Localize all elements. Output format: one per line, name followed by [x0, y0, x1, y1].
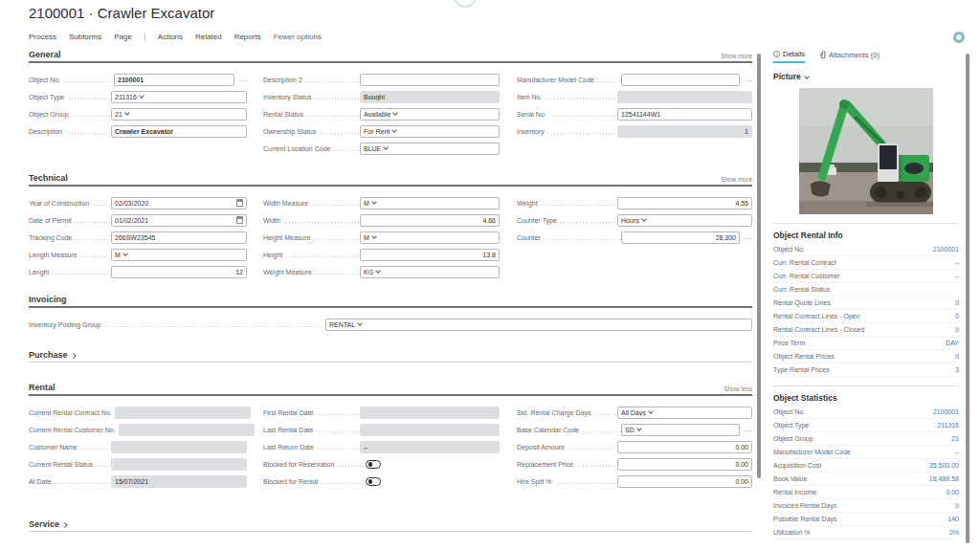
field-deposit-amount: Deposit Amount 0.00	[517, 438, 752, 455]
field-manufacturer-model-code: Manufacturer Model Code …	[517, 71, 752, 88]
inventory-posting-group-dropdown[interactable]: RENTAL	[325, 319, 752, 331]
field-at-date: At Date 15/07/2021	[29, 473, 247, 490]
calendar-icon[interactable]	[236, 199, 243, 207]
serial-no-input[interactable]: 12541144W1	[617, 108, 752, 121]
object-rental-info-list: Object No.2100001 Curr. Rental Contract–…	[773, 243, 959, 377]
menu-page[interactable]: Page	[114, 33, 132, 41]
replacement-price-input[interactable]: 0.00	[617, 458, 752, 471]
year-of-construction-datepicker[interactable]: 02/03/2020	[111, 197, 247, 209]
last-rental-date-field	[360, 424, 500, 436]
counter-type-dropdown[interactable]: Hours	[617, 214, 752, 227]
toggle-knob-icon	[368, 479, 373, 484]
weight-measure-dropdown[interactable]: KG	[360, 266, 500, 278]
weight-input[interactable]: 4.55	[617, 197, 752, 209]
manufacturer-model-code-assist-edit-icon[interactable]: …	[740, 75, 752, 84]
current-rental-contract-no-label: Current Rental Contract No.	[29, 409, 115, 416]
height-input[interactable]: 13.8	[360, 249, 500, 261]
date-of-permit-label: Date of Permit	[29, 217, 75, 224]
ownership-status-dropdown[interactable]: For Rent	[360, 125, 500, 138]
section-invoicing-title: Invoicing	[29, 295, 67, 304]
menu-related[interactable]: Related	[195, 33, 222, 41]
current-location-code-dropdown[interactable]: BLUE	[360, 143, 500, 155]
width-value: 4.66	[482, 217, 496, 224]
object-no-assist-edit-icon[interactable]: …	[234, 75, 247, 84]
field-current-rental-status: Current Rental Status	[29, 455, 247, 473]
height-label: Height	[263, 252, 285, 258]
menu-fewer-options[interactable]: Fewer options	[274, 33, 322, 41]
weight-measure-value: KG	[364, 269, 373, 275]
year-of-construction-label: Year of Construction	[29, 200, 92, 207]
deposit-amount-input[interactable]: 0.00	[617, 441, 752, 453]
width-label: Width	[263, 217, 283, 224]
object-no-input[interactable]: 2100001	[114, 74, 234, 86]
blocked-for-reservation-toggle[interactable]	[366, 460, 381, 469]
leader-dots	[321, 473, 366, 490]
width-measure-dropdown[interactable]: M	[360, 197, 500, 209]
width-measure-label: Width Measure	[263, 200, 311, 207]
rental-status-dropdown[interactable]: Available	[360, 108, 500, 121]
std-rental-charge-days-value: All Days	[621, 409, 646, 416]
section-general-title: General	[29, 50, 61, 59]
panel-scrollbar[interactable]	[966, 54, 969, 543]
section-purchase-header[interactable]: Purchase	[29, 350, 752, 363]
list-item: Utilization %0%	[773, 526, 959, 539]
toggle-knob-icon	[368, 462, 373, 467]
calendar-icon[interactable]	[236, 216, 243, 224]
chevron-down-icon	[641, 216, 647, 222]
weight-label: Weight	[517, 200, 541, 207]
partial-circle-decoration	[454, 0, 477, 8]
current-rental-customer-no-label: Current Rental Customer No.	[29, 427, 119, 433]
current-rental-status-label: Current Rental Status	[29, 461, 96, 468]
rental-fields: Current Rental Contract No. Current Rent…	[29, 396, 752, 404]
general-show-more-link[interactable]: Show more	[721, 53, 752, 59]
field-customer-name: Customer Name	[29, 438, 247, 455]
tracking-code-input[interactable]: 266SW23545	[111, 231, 247, 244]
description-2-input[interactable]	[360, 74, 500, 86]
at-date-value: 15/07/2021	[115, 478, 148, 485]
rental-show-less-link[interactable]: Show less	[724, 385, 752, 392]
width-input[interactable]: 4.66	[360, 214, 500, 227]
inventory-label: Inventory	[517, 128, 547, 135]
counter-assist-edit-icon[interactable]: …	[740, 232, 752, 242]
object-type-dropdown[interactable]: 211316	[111, 91, 247, 103]
inventory-posting-group-label: Inventory Posting Group	[29, 321, 104, 328]
base-calendar-code-assist-edit-icon[interactable]: …	[740, 425, 752, 434]
section-service-header[interactable]: Service	[29, 519, 752, 532]
inventory-posting-group-value: RENTAL	[329, 321, 355, 328]
main-scrollbar[interactable]	[757, 54, 761, 478]
field-last-rental-date: Last Rental Date	[263, 421, 500, 438]
hire-split-label: Hire Split %	[517, 478, 555, 485]
field-first-rental-date: First Rental Date	[263, 404, 500, 421]
weight-measure-label: Weight Measure	[263, 269, 315, 275]
blocked-for-rental-toggle[interactable]	[366, 477, 381, 486]
menu-process[interactable]: Process	[29, 33, 56, 41]
menu-reports[interactable]: Reports	[234, 33, 261, 41]
picture-section-header[interactable]: Picture	[773, 72, 967, 81]
chevron-down-icon	[122, 251, 128, 256]
section-service-title: Service	[29, 519, 67, 529]
tab-attachments[interactable]: Attachments (0)	[820, 50, 880, 63]
object-group-dropdown[interactable]: 21	[111, 108, 247, 121]
list-item: Curr. Rental Status	[773, 283, 959, 297]
menu-subforms[interactable]: Subforms	[69, 33, 101, 41]
std-rental-charge-days-dropdown[interactable]: All Days	[617, 407, 752, 419]
length-input[interactable]: 12	[111, 266, 247, 278]
counter-input[interactable]: 28,300	[621, 231, 740, 244]
section-rental: Rental Show less Current Rental Contract…	[29, 383, 752, 404]
menu-actions[interactable]: Actions	[158, 33, 183, 41]
object-type-value: 211316	[115, 94, 137, 100]
hire-split-input[interactable]: 0.00	[617, 475, 752, 488]
length-measure-dropdown[interactable]: M	[111, 249, 247, 261]
height-measure-dropdown[interactable]: M	[360, 231, 500, 244]
description-input[interactable]: Crawler Excavator	[111, 125, 247, 138]
tab-details[interactable]: i Details	[773, 50, 805, 63]
technical-show-more-link[interactable]: Show more	[721, 176, 752, 183]
last-rental-date-label: Last Rental Date	[263, 427, 316, 433]
height-measure-value: M	[364, 234, 369, 241]
manufacturer-model-code-input[interactable]	[621, 74, 740, 86]
chevron-down-icon	[804, 74, 810, 79]
base-calendar-code-dropdown[interactable]: SD	[621, 424, 740, 436]
length-value: 12	[235, 269, 243, 275]
circular-action-icon[interactable]	[953, 32, 965, 43]
date-of-permit-datepicker[interactable]: 01/02/2021	[111, 214, 247, 227]
